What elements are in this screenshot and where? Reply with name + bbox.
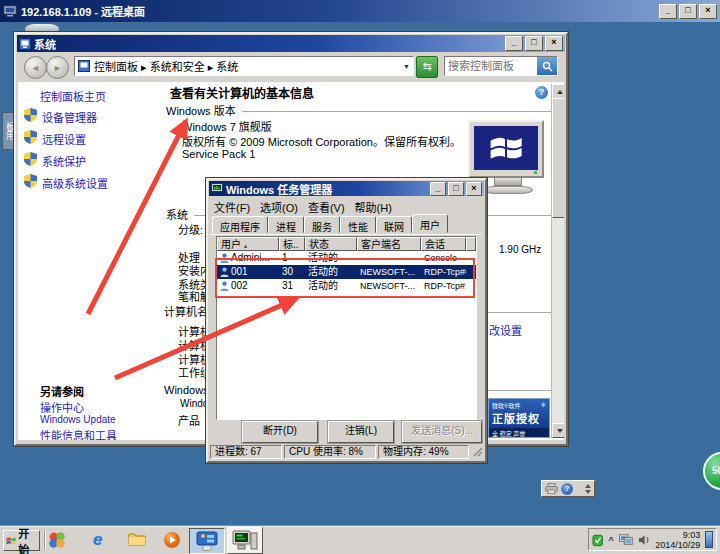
help-button[interactable]: ? — [561, 483, 573, 495]
address-dropdown-icon[interactable]: ▼ — [403, 63, 410, 70]
user-icon — [220, 267, 229, 277]
system-window-titlebar: 系统 _ □ × — [17, 35, 565, 52]
rdp-maximize-button[interactable]: □ — [679, 4, 697, 19]
tab-performance[interactable]: 性能 — [340, 216, 376, 233]
system-minimize-button[interactable]: _ — [505, 36, 523, 51]
shield-icon — [24, 130, 37, 148]
system-close-button[interactable]: × — [545, 36, 563, 51]
sidebar-item-advanced-settings[interactable]: 高级系统设置 — [42, 175, 108, 191]
scroll-down-icon — [557, 429, 563, 433]
help-icon: ? — [539, 87, 545, 97]
rdp-minimize-button[interactable]: _ — [659, 4, 677, 19]
search-box[interactable] — [444, 56, 558, 76]
forward-icon: ► — [53, 63, 62, 73]
tray-clock[interactable]: 9:03 2014/10/29 — [655, 530, 700, 550]
task-manager-menubar: 文件(F) 选项(O) 查看(V) 帮助(H) — [210, 197, 406, 217]
sidebar-item-system-protection[interactable]: 系统保护 — [42, 153, 86, 169]
show-desktop-icon[interactable] — [705, 531, 713, 548]
task-manager-statusbar: 进程数: 67 CPU 使用率: 8% 物理内存: 49% — [210, 445, 483, 459]
tab-services[interactable]: 服务 — [304, 216, 340, 233]
tab-applications[interactable]: 应用程序 — [212, 216, 268, 233]
badge-main-text: 正版授权 — [489, 410, 549, 426]
column-user[interactable]: 用户 ▴ — [217, 237, 279, 251]
network-icon[interactable] — [619, 534, 633, 546]
forward-button[interactable]: ► — [46, 56, 69, 79]
user-row-admin[interactable]: Admini... 1 活动的 Console — [217, 251, 476, 265]
media-player-icon[interactable] — [163, 531, 181, 549]
user-icon — [220, 253, 229, 263]
quicklaunch-app-icon[interactable] — [48, 531, 66, 549]
menu-options[interactable]: 选项(O) — [260, 199, 298, 215]
quicklaunch-display-button[interactable] — [189, 528, 225, 554]
tab-users[interactable]: 用户 — [412, 214, 448, 233]
spinner-control[interactable] — [585, 484, 591, 494]
task-manager-icon — [211, 183, 223, 194]
tm-maximize-button[interactable]: □ — [448, 182, 464, 196]
tm-minimize-button[interactable]: _ — [430, 182, 446, 196]
column-filler — [466, 237, 476, 251]
scroll-up-button[interactable] — [552, 84, 564, 99]
learn-more-link[interactable]: 了解更多内容... — [491, 438, 559, 440]
refresh-button[interactable]: ⇆ — [416, 56, 438, 78]
menu-file[interactable]: 文件(F) — [214, 199, 250, 215]
address-icon — [78, 60, 90, 72]
service-pack: Service Pack 1 — [182, 148, 255, 160]
remote-desktop-icon — [232, 530, 258, 552]
scroll-down-button[interactable] — [552, 423, 564, 438]
floating-toolbar: ? — [541, 480, 595, 497]
tab-networking[interactable]: 联网 — [376, 216, 412, 233]
menu-help[interactable]: 帮助(H) — [355, 199, 392, 215]
floating-ball[interactable]: 50 — [703, 452, 720, 490]
sidebar-item-performance-tools[interactable]: 性能信息和工具 — [40, 427, 117, 440]
help-button[interactable]: ? — [535, 86, 548, 99]
back-button[interactable]: ◄ — [24, 56, 47, 79]
search-magnifier-button[interactable] — [537, 57, 557, 75]
search-input[interactable] — [445, 60, 537, 72]
logoff-button[interactable]: 注销(L) — [328, 421, 394, 443]
tab-page-edge — [210, 234, 481, 235]
start-button[interactable]: 开始 — [3, 530, 40, 551]
column-id[interactable]: 标.. — [279, 237, 305, 251]
send-message-button[interactable]: 发送消息(S)... — [402, 421, 482, 443]
volume-icon[interactable] — [638, 534, 650, 546]
sidebar-item-control-panel-home[interactable]: 控制面板主页 — [40, 88, 106, 104]
tm-close-button[interactable]: × — [466, 182, 482, 196]
user-row-002[interactable]: 002 31 活动的 NEWSOFT-... RDP-Tcp#1 — [217, 279, 476, 293]
user-row-001[interactable]: 001 30 活动的 NEWSOFT-... RDP-Tcp#0 — [217, 265, 476, 279]
change-settings-link[interactable]: 改设置 — [489, 322, 522, 338]
user-icon — [220, 281, 229, 291]
tab-processes[interactable]: 进程 — [268, 216, 304, 233]
disconnect-button[interactable]: 断开(D) — [242, 421, 318, 443]
printer-icon[interactable] — [545, 483, 558, 494]
resize-grip-icon[interactable] — [471, 445, 483, 457]
task-manager-title: Windows 任务管理器 — [226, 181, 332, 197]
sidebar-item-windows-update[interactable]: Windows Update — [40, 414, 116, 425]
system-maximize-button[interactable]: □ — [525, 36, 543, 51]
windows-edition: Windows 7 旗舰版 — [182, 118, 272, 134]
system-window-icon — [19, 38, 31, 50]
shield-icon — [24, 108, 37, 126]
start-label: 开始 — [18, 525, 37, 554]
column-status[interactable]: 状态 — [305, 237, 357, 251]
sidebar-item-device-manager[interactable]: 设备管理器 — [42, 109, 97, 125]
task-button-remote-desktop[interactable] — [227, 527, 263, 554]
menu-view[interactable]: 查看(V) — [308, 199, 345, 215]
sidebar-item-action-center[interactable]: 操作中心 — [40, 399, 84, 415]
scrollbar-thumb[interactable] — [552, 98, 564, 218]
vertical-scrollbar[interactable] — [551, 84, 564, 438]
internet-explorer-icon[interactable]: e — [93, 531, 111, 549]
rdp-close-button[interactable]: × — [699, 4, 717, 19]
address-bar[interactable]: 控制面板 ▸ 系统和安全 ▸ 系统 ▼ — [74, 56, 414, 76]
tray-expand-icon[interactable]: ^ — [608, 535, 613, 545]
column-session[interactable]: 会话 — [421, 237, 466, 251]
folder-icon[interactable] — [128, 531, 146, 549]
clock-time: 9:03 — [655, 530, 700, 540]
task-manager-window: Windows 任务管理器 _ □ × 文件(F) 选项(O) 查看(V) 帮助… — [206, 178, 487, 463]
sidebar-item-remote-settings[interactable]: 远程设置 — [42, 131, 86, 147]
display-settings-icon — [195, 531, 219, 551]
task-manager-titlebar: Windows 任务管理器 _ □ × — [209, 181, 484, 196]
genuine-windows-badge[interactable]: 微软®软件 ✶ 正版授权 全 稳定 声誉 — [488, 398, 550, 438]
scroll-up-icon — [557, 90, 563, 94]
column-client[interactable]: 客户端名 — [357, 237, 421, 251]
safely-remove-icon[interactable] — [592, 533, 603, 547]
